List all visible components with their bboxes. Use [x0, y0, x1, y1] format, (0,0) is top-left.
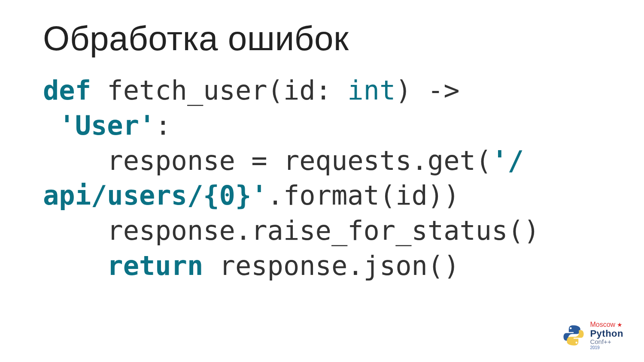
t: response.json() — [219, 250, 460, 281]
t — [43, 110, 59, 141]
conference-logo: Moscow★ Python Conf++ 2019 — [562, 321, 623, 350]
kw-def: def — [43, 75, 91, 106]
code-block: def fetch_user(id: int) -> 'User': respo… — [43, 73, 618, 284]
kw-return: return — [107, 250, 203, 281]
t: response.raise_for_status() — [107, 215, 540, 246]
logo-text: Moscow★ Python Conf++ 2019 — [590, 321, 623, 350]
t: : — [155, 110, 171, 141]
logo-line-python: Python — [590, 329, 623, 338]
t: response = requests.get( — [107, 145, 492, 176]
t: Moscow — [590, 321, 615, 329]
t: : — [316, 75, 348, 106]
indent — [43, 215, 107, 246]
fn-sig: fetch_user(id — [107, 75, 315, 106]
str-user: 'User' — [59, 110, 155, 141]
svg-point-0 — [570, 327, 571, 329]
t — [91, 75, 107, 106]
t: ) -> — [395, 75, 459, 106]
logo-line-moscow: Moscow★ — [590, 321, 623, 329]
indent — [43, 250, 107, 281]
python-logo-icon — [562, 323, 586, 347]
t: .format(id)) — [267, 180, 460, 211]
t — [203, 250, 219, 281]
logo-line-year: 2019 — [590, 346, 623, 350]
star-icon: ★ — [617, 322, 623, 328]
slide-title: Обработка ошибок — [43, 19, 349, 58]
logo-line-conf: Conf++ — [590, 338, 623, 345]
svg-point-1 — [576, 342, 577, 344]
indent — [43, 145, 107, 176]
str-url: api/users/{0}' — [43, 180, 267, 211]
type-int: int — [347, 75, 395, 106]
str-open: '/ — [492, 145, 524, 176]
slide: Обработка ошибок def fetch_user(id: int)… — [0, 0, 644, 362]
